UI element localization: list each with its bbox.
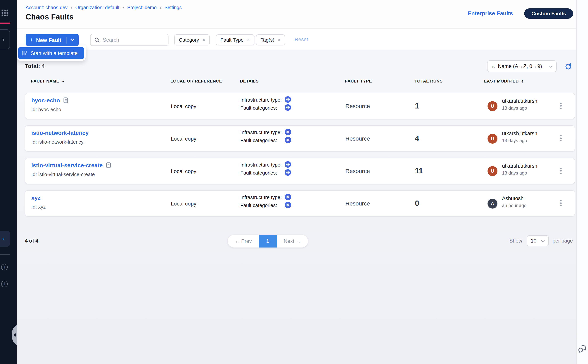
fault-name-link[interactable]: xyz	[31, 195, 40, 201]
brand-accent-bar	[0, 23, 10, 24]
breadcrumb-separator: ›	[123, 5, 124, 10]
close-icon[interactable]: ×	[203, 37, 205, 43]
search-input[interactable]	[103, 37, 160, 43]
fault-type-value: Resource	[345, 200, 370, 207]
row-menu-button[interactable]	[559, 102, 563, 110]
infrastructure-type-line: Infrastructure type: ☸	[240, 130, 282, 135]
filter-chip-category[interactable]: Category ×	[174, 34, 210, 46]
breadcrumb-organization[interactable]: Organization: default	[75, 5, 119, 10]
pagination-control: ← Prev 1 Next →	[228, 235, 308, 247]
avatar: U	[488, 166, 497, 176]
refresh-button[interactable]	[564, 62, 572, 70]
plus-icon: +	[30, 37, 33, 43]
kubernetes-icon: ☸	[285, 129, 291, 135]
search-box	[90, 34, 169, 46]
column-local-or-reference: LOCAL OR REFERENCE	[170, 79, 222, 83]
fault-categories-line: Fault categories: ☸	[240, 137, 277, 143]
row-menu-button[interactable]	[559, 134, 563, 142]
kubernetes-icon: ☸	[285, 137, 291, 143]
fault-doc-icon	[106, 162, 111, 168]
sort-both-icon: ▲▼	[521, 79, 524, 83]
chip-label: Category	[179, 37, 199, 43]
avatar: U	[488, 101, 497, 111]
fault-categories-line: Fault categories: ☸	[240, 202, 277, 208]
column-fault-name[interactable]: FAULT NAME▲	[31, 79, 65, 83]
local-or-reference-value: Local copy	[171, 136, 196, 142]
modified-time: 13 days ago	[502, 138, 527, 143]
page-size-value: 10	[531, 238, 541, 244]
infrastructure-type-line: Infrastructure type: ☸	[240, 97, 282, 103]
show-label: Show	[509, 238, 522, 244]
modified-by-user: Ashutosh	[502, 195, 524, 201]
local-or-reference-value: Local copy	[171, 201, 196, 207]
reset-filters-link[interactable]: Reset	[294, 37, 308, 42]
fault-id: Id: xyz	[31, 204, 46, 210]
column-last-modified[interactable]: LAST MODIFIED ▲▼	[484, 79, 524, 83]
breadcrumb: Account: chaos-dev › Organization: defau…	[26, 5, 182, 10]
chevron-down-icon[interactable]	[71, 39, 75, 41]
left-nav-rail: › › i i	[0, 0, 17, 364]
fault-name: xyz	[31, 195, 40, 201]
fault-name-link[interactable]: istio-virtual-service-create	[31, 162, 111, 169]
next-page-button[interactable]: Next →	[277, 235, 308, 247]
fault-row[interactable]: istio-network-latency Id: istio-network-…	[25, 125, 575, 152]
info-icon[interactable]: i	[1, 281, 7, 287]
fault-row[interactable]: byoc-echo Id: byoc-echo Local copy Infra…	[25, 93, 575, 119]
chevron-down-icon	[541, 240, 545, 242]
breadcrumb-settings[interactable]: Settings	[164, 5, 182, 10]
column-total-runs: TOTAL RUNS	[415, 79, 443, 83]
chat-bubbles-icon	[577, 344, 588, 354]
breadcrumb-project[interactable]: Project: demo	[127, 5, 157, 10]
new-fault-button[interactable]: + New Fault	[26, 34, 79, 46]
page-size-select[interactable]: 10	[527, 235, 549, 246]
custom-faults-button[interactable]: Custom Faults	[524, 8, 573, 19]
prev-page-button[interactable]: ← Prev	[228, 235, 259, 247]
infrastructure-type-line: Infrastructure type: ☸	[240, 162, 282, 168]
pagination-count: 4 of 4	[25, 238, 38, 244]
start-with-template-label: Start with a template	[31, 50, 78, 56]
fault-name-link[interactable]: istio-network-latency	[31, 130, 89, 136]
fault-doc-icon	[63, 98, 68, 103]
start-with-template-item[interactable]: Start with a template	[18, 47, 84, 59]
nav-expand-button-bottom[interactable]: ›	[0, 231, 10, 247]
total-runs-value: 0	[415, 199, 419, 208]
kubernetes-icon: ☸	[285, 202, 291, 208]
filter-chip-fault-type[interactable]: Fault Type ×	[216, 34, 255, 46]
chip-label: Tag(s)	[261, 37, 274, 43]
sort-arrows-icon: ↑↓	[491, 64, 495, 69]
info-icon[interactable]: i	[1, 264, 7, 270]
local-or-reference-value: Local copy	[171, 168, 196, 174]
support-chat-button[interactable]	[577, 344, 588, 356]
modified-time: an hour ago	[502, 203, 527, 208]
fault-row[interactable]: istio-virtual-service-create Id: istio-v…	[25, 158, 575, 184]
rail-divider	[0, 254, 10, 255]
infrastructure-type-line: Infrastructure type: ☸	[240, 195, 282, 200]
fault-name: istio-virtual-service-create	[31, 162, 103, 169]
kubernetes-icon: ☸	[285, 96, 291, 103]
column-details: DETAILS	[240, 79, 259, 83]
enterprise-faults-link[interactable]: Enterprise Faults	[468, 10, 513, 16]
close-icon[interactable]: ×	[247, 37, 250, 43]
page-title: Chaos Faults	[26, 13, 73, 21]
total-runs-value: 1	[415, 102, 419, 110]
page-1-button[interactable]: 1	[259, 235, 277, 247]
close-icon[interactable]: ×	[278, 37, 281, 43]
total-count-label: Total: 4	[25, 63, 45, 69]
row-menu-button[interactable]	[559, 167, 563, 175]
new-fault-dropdown: Start with a template	[17, 46, 85, 61]
nav-expand-button-top[interactable]: ›	[0, 29, 10, 49]
fault-row[interactable]: xyz Id: xyz Local copy Infrastructure ty…	[25, 190, 575, 217]
fault-type-value: Resource	[345, 135, 370, 142]
kubernetes-icon: ☸	[285, 104, 291, 111]
breadcrumb-account[interactable]: Account: chaos-dev	[26, 5, 68, 10]
sort-label: Name (A→Z, 0→9)	[498, 63, 549, 69]
fault-name-link[interactable]: byoc-echo	[31, 97, 68, 104]
table-header: FAULT NAME▲ LOCAL OR REFERENCE DETAILS F…	[25, 79, 575, 85]
row-menu-button[interactable]	[559, 199, 563, 207]
breadcrumb-separator: ›	[71, 5, 72, 10]
sort-dropdown[interactable]: ↑↓ Name (A→Z, 0→9)	[487, 60, 557, 72]
app-launcher-icon[interactable]	[1, 10, 8, 16]
chevron-right-icon: ›	[3, 37, 4, 42]
search-icon	[94, 37, 100, 43]
filter-chip-tags[interactable]: Tag(s) ×	[256, 34, 285, 46]
